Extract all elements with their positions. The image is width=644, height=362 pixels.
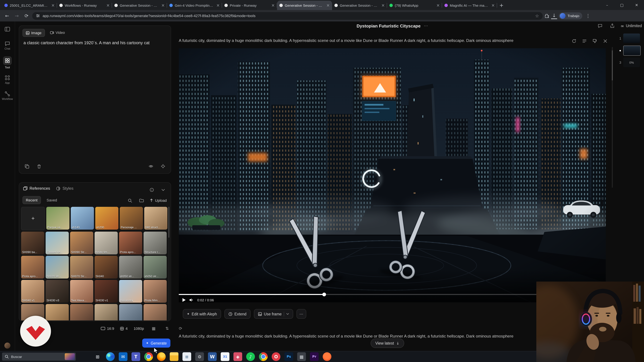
- calculator-icon[interactable]: ▦: [297, 352, 306, 361]
- resolution-select[interactable]: 1080p: [134, 327, 144, 331]
- reference-thumbnail[interactable]: sh140: [71, 207, 94, 230]
- reference-thumbnail[interactable]: Alexandra: [119, 280, 142, 303]
- use-frame-button[interactable]: Use frame: [254, 309, 293, 319]
- spotify-icon[interactable]: ♪: [246, 352, 255, 361]
- reference-thumbnail[interactable]: Prota Mim...: [144, 280, 167, 303]
- reference-thumbnail[interactable]: SH090 ba...: [21, 232, 44, 254]
- reference-thumbnail[interactable]: Sh020 str...: [46, 256, 69, 279]
- rail-item-tool[interactable]: Tool: [0, 56, 15, 69]
- close-icon[interactable]: [602, 37, 609, 44]
- calendar-icon[interactable]: 31: [221, 352, 230, 361]
- generate-button[interactable]: ✦ Generate: [142, 339, 170, 348]
- bookmark-star-icon[interactable]: ☆: [535, 13, 539, 18]
- thumbs-down-icon[interactable]: [591, 37, 598, 44]
- reference-thumbnail[interactable]: [144, 304, 167, 321]
- share-icon[interactable]: [608, 22, 616, 29]
- focus-target-icon[interactable]: [159, 163, 167, 170]
- edge-icon[interactable]: [106, 352, 115, 361]
- progress-scrubber[interactable]: [322, 293, 326, 296]
- close-window-button[interactable]: ✕: [629, 0, 644, 10]
- reference-thumbnail[interactable]: Parque va...: [46, 207, 70, 230]
- folder-icon[interactable]: [138, 197, 145, 204]
- reset-icon[interactable]: ⟳: [177, 325, 184, 332]
- tab-close-icon[interactable]: ×: [161, 3, 165, 8]
- downloads-icon[interactable]: ↓: [551, 12, 557, 19]
- reference-thumbnail[interactable]: Prota apro...: [119, 232, 142, 254]
- tab-close-icon[interactable]: ×: [326, 3, 330, 8]
- browser-tab[interactable]: 25001_ELCC_ARAMIA – ftrack×: [2, 1, 57, 10]
- tab-close-icon[interactable]: ×: [51, 3, 55, 8]
- account-avatar[interactable]: [4, 343, 10, 349]
- tab-close-icon[interactable]: ×: [492, 3, 495, 8]
- collapse-chevron-icon[interactable]: [159, 186, 167, 193]
- chrome-icon[interactable]: [144, 352, 153, 361]
- queue-thumbnail[interactable]: [623, 33, 640, 43]
- word-icon[interactable]: W: [208, 352, 217, 361]
- output-count-select[interactable]: 4: [120, 327, 128, 331]
- add-reference-tile[interactable]: +: [21, 207, 45, 230]
- reference-thumbnail[interactable]: 040 struct...: [144, 207, 167, 230]
- tab-close-icon[interactable]: ×: [106, 3, 110, 8]
- reference-thumbnail[interactable]: Sh040: [94, 256, 118, 279]
- generated-video[interactable]: 0:02 / 0:06: [179, 48, 606, 302]
- reference-thumbnail[interactable]: SH070 Str...: [70, 256, 93, 279]
- reference-thumbnail[interactable]: SH090 Str...: [70, 232, 93, 254]
- details-list-icon[interactable]: [580, 37, 588, 44]
- reference-thumbnail[interactable]: sh200: [95, 207, 118, 230]
- notepad-icon[interactable]: ≡: [182, 352, 191, 361]
- rerun-icon[interactable]: [570, 37, 578, 44]
- site-settings-icon[interactable]: [36, 14, 40, 18]
- news-widget-thumbnail[interactable]: [65, 353, 75, 360]
- tab-recent[interactable]: Recent: [22, 196, 41, 204]
- browser-tab[interactable]: Workflows - Runway×: [57, 1, 112, 10]
- reload-button[interactable]: ⟳: [22, 12, 30, 20]
- volume-icon[interactable]: [189, 298, 194, 302]
- seed-grid-icon[interactable]: ▦: [150, 325, 157, 332]
- outlook-icon[interactable]: ✉: [119, 352, 128, 361]
- tab-close-icon[interactable]: ×: [271, 3, 275, 8]
- reference-thumbnail[interactable]: [46, 304, 69, 321]
- chrome-2-icon[interactable]: [259, 352, 268, 361]
- tab-image[interactable]: Image: [22, 29, 45, 37]
- references-scrollbar[interactable]: [168, 207, 170, 321]
- reference-thumbnail[interactable]: [119, 304, 142, 321]
- new-tab-button[interactable]: +: [497, 1, 506, 10]
- tab-close-icon[interactable]: ×: [436, 3, 440, 8]
- aspect-ratio-select[interactable]: 16:9: [100, 327, 114, 331]
- address-bar[interactable]: app.runwayml.com/video-tools/teams/diego…: [32, 12, 543, 19]
- reference-thumbnail[interactable]: [70, 304, 93, 321]
- info-icon[interactable]: [148, 186, 155, 193]
- rail-item-chat[interactable]: Chat: [0, 41, 15, 50]
- feed-scrollbar[interactable]: [612, 47, 613, 188]
- play-icon[interactable]: [182, 298, 186, 302]
- reference-thumbnail[interactable]: Test Alexa...: [70, 280, 93, 303]
- browser-tab[interactable]: Generative Session - Runway×: [332, 1, 387, 10]
- edit-with-aleph-button[interactable]: ✦ Edit with Aleph: [183, 309, 221, 319]
- tab-close-icon[interactable]: ×: [216, 3, 220, 8]
- browser-profile-chip[interactable]: Trabajo: [559, 12, 582, 19]
- chevron-down-icon[interactable]: [286, 313, 289, 315]
- browser-tab[interactable]: (79) WhatsApp×: [387, 1, 442, 10]
- tab-references[interactable]: References: [23, 186, 50, 191]
- opera-icon[interactable]: O: [272, 352, 280, 361]
- rail-item-workflow[interactable]: Workflow: [0, 91, 15, 100]
- preview-eye-icon[interactable]: [147, 163, 155, 170]
- prompt-input[interactable]: a classic cartoon character from 1920´s.…: [24, 40, 166, 46]
- queue-thumbnail-pending[interactable]: 0%: [623, 58, 640, 67]
- browser-tab[interactable]: Private - Runway×: [222, 1, 277, 10]
- session-menu-icon[interactable]: ⋯: [424, 23, 428, 28]
- tab-saved[interactable]: Saved: [44, 196, 60, 204]
- extensions-puzzle-icon[interactable]: [544, 13, 550, 18]
- tab-styles[interactable]: Styles: [56, 186, 74, 191]
- minimize-button[interactable]: –: [600, 0, 614, 10]
- rail-item-app[interactable]: App: [0, 75, 15, 84]
- browser-tab[interactable]: Generative Session - Runway×: [112, 1, 167, 10]
- reference-thumbnail[interactable]: sh050 str...: [144, 256, 167, 279]
- reference-thumbnail[interactable]: fondo lim...: [94, 232, 118, 254]
- photoshop-icon[interactable]: Ps: [284, 352, 293, 361]
- view-latest-button[interactable]: View latest ↓: [371, 339, 404, 348]
- search-icon[interactable]: [126, 197, 134, 204]
- sidebar-toggle-icon[interactable]: [0, 27, 15, 31]
- teams-icon[interactable]: T: [132, 352, 140, 361]
- browser-tab[interactable]: Gen-4 Video Prompting Guide×: [167, 1, 222, 10]
